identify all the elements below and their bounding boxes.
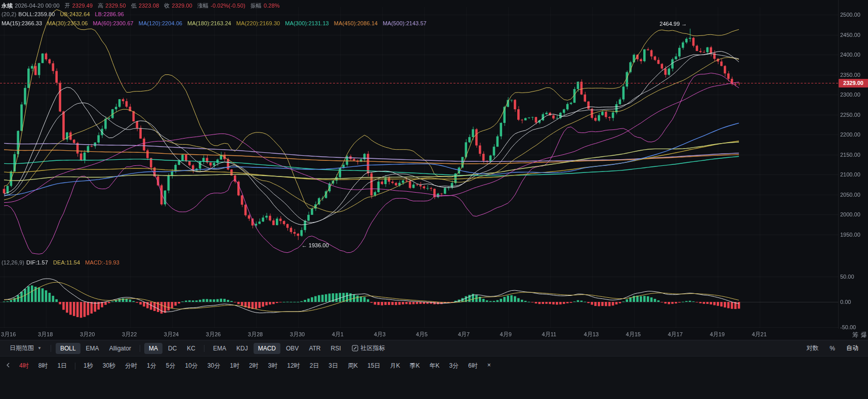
last-price-tag: 2329.00	[839, 79, 868, 87]
boll-params: (20,2)	[2, 11, 16, 17]
time-axis-label: 4月15	[626, 331, 641, 338]
timeframe-button[interactable]: 3分	[444, 360, 463, 372]
ohlc-label: 收	[164, 2, 170, 10]
percent-scale-button[interactable]: %	[825, 343, 840, 354]
timeframe-button[interactable]: 2时	[244, 360, 263, 372]
ohlc-label: 开	[65, 2, 70, 10]
price-axis-label: 2250.00	[840, 112, 860, 118]
ohlc-value: 2329.49	[72, 3, 93, 9]
boll-lb-value: LB:2286.96	[95, 11, 124, 17]
timeframe-button[interactable]: 3时	[264, 360, 282, 372]
macd-dea-value: DEA:11.54	[53, 259, 80, 265]
timeframe-button[interactable]: 月K	[385, 360, 404, 372]
price-axis-label: 2500.00	[840, 12, 860, 18]
indicator-button-kc[interactable]: KC	[182, 343, 200, 354]
timeframe-button[interactable]: 4时	[15, 360, 33, 372]
time-axis-label: 3月24	[164, 331, 179, 338]
ohlc-value: 2323.08	[139, 3, 159, 9]
indicator-toolbar: 日期范围 ▼ BOLLEMAAlligatorMADCKCEMAKDJMACDO…	[0, 340, 868, 356]
timeframe-button[interactable]: 2日	[305, 360, 324, 372]
timeframe-button[interactable]: 1分	[142, 360, 161, 372]
time-axis-label: 3月16	[1, 331, 16, 338]
indicator-button-macd[interactable]: MACD	[254, 343, 280, 354]
ohlc-label: 高	[98, 2, 103, 10]
time-axis-label: 3月28	[248, 331, 263, 338]
time-axis-label: 4月1	[332, 331, 344, 338]
auto-scale-button[interactable]: 自动	[842, 342, 863, 354]
indicator-button-obv[interactable]: OBV	[281, 343, 303, 354]
ma-value: MA(300):2131.13	[285, 20, 329, 26]
chip-distribution-button[interactable]: 筹	[852, 331, 858, 339]
chevron-down-icon: ▼	[37, 346, 42, 350]
ohlc-value: 0.28%	[264, 3, 280, 9]
scale-buttons-group: 对数%自动	[802, 342, 863, 354]
boll-mid-value: BOLL:2359.80	[18, 11, 55, 17]
macd-legend: (12,26,9)DIF:1.57DEA:11.54MACD:-19.93	[2, 259, 125, 265]
timeframe-button[interactable]: 分时	[120, 360, 142, 372]
candle-datetime: 2026-04-20 00:00	[15, 3, 59, 9]
time-axis-label: 3月30	[290, 331, 305, 338]
remove-period-icon[interactable]: ×	[483, 360, 495, 372]
price-axis-label: 1950.00	[840, 232, 860, 238]
ohlc-value: 2329.50	[105, 3, 126, 9]
timeframe-button[interactable]: 周K	[343, 360, 362, 372]
chart-area[interactable]: 永续2026-04-20 00:00开2329.49高2329.50低2323.…	[0, 0, 868, 340]
indicator-button-atr[interactable]: ATR	[304, 343, 325, 354]
timeframe-button[interactable]: 6时	[464, 360, 482, 372]
timeframe-button[interactable]: 10分	[180, 360, 202, 372]
trading-chart-screen: 永续2026-04-20 00:00开2329.49高2329.50低2323.…	[0, 0, 868, 399]
macd-axis-label: 0.00	[840, 299, 851, 305]
timeframe-button[interactable]: 季K	[405, 360, 424, 372]
indicator-button-boll[interactable]: BOLL	[56, 343, 80, 354]
ma-value: MA(220):2169.30	[236, 20, 280, 26]
panel-toggle-icon[interactable]	[4, 360, 14, 368]
price-axis-label: 2150.00	[840, 152, 860, 158]
timeframe-button[interactable]: 年K	[425, 360, 444, 372]
ohlc-label: 振幅	[251, 2, 262, 10]
macd-axis-label: 50.00	[840, 274, 854, 280]
timeframe-button[interactable]: 1时	[225, 360, 244, 372]
timeframe-button[interactable]: 3日	[324, 360, 343, 372]
timeframe-button[interactable]: 30秒	[98, 360, 120, 372]
time-axis-label: 4月19	[710, 331, 724, 338]
timeframe-button[interactable]: 12时	[282, 360, 304, 372]
time-axis-label: 4月21	[752, 331, 766, 338]
macd-hist-value: MACD:-19.93	[85, 259, 119, 265]
time-axis-label: 4月5	[416, 331, 428, 338]
ma-value: MA(30):2353.06	[47, 20, 88, 26]
symbol-name: 永续	[2, 2, 13, 10]
indicator-button-kdj[interactable]: KDJ	[232, 343, 253, 354]
indicator-button-dc[interactable]: DC	[163, 343, 181, 354]
candlestick-chart-canvas[interactable]	[0, 0, 868, 329]
liquidation-button[interactable]: 爆	[861, 331, 867, 339]
ma-value: MA(120):2204.06	[139, 20, 183, 26]
indicator-button-ema[interactable]: EMA	[209, 343, 231, 354]
time-axis-label: 4月13	[584, 331, 599, 338]
timeframe-button[interactable]: 5分	[161, 360, 180, 372]
time-axis[interactable]: 3月163月183月203月223月243月263月283月304月14月34月…	[0, 329, 868, 340]
timeframe-bar: 4时8时1日1秒30秒分时1分5分10分30分1时2时3时12时2日3日周K15…	[0, 356, 868, 399]
timeframe-button[interactable]: 30分	[203, 360, 225, 372]
timeframe-button[interactable]: 15日	[363, 360, 385, 372]
price-axis-label: 2300.00	[840, 92, 860, 98]
timeframe-button[interactable]: 1日	[53, 360, 71, 372]
indicator-button-ma[interactable]: MA	[144, 343, 162, 354]
time-axis-label: 3月26	[206, 331, 221, 338]
indicator-buttons-group: BOLLEMAAlligatorMADCKCEMAKDJMACDOBVATRRS…	[56, 343, 346, 354]
log-scale-button[interactable]: 对数	[802, 342, 823, 354]
timeframe-button[interactable]: 8时	[34, 360, 53, 372]
indicator-button-alligator[interactable]: Alligator	[105, 343, 136, 354]
timeframe-divider	[75, 363, 75, 370]
indicator-button-rsi[interactable]: RSI	[326, 343, 345, 354]
ma-value: MA(500):2143.57	[383, 20, 427, 26]
community-indicators-button[interactable]: 社区指标	[347, 342, 390, 354]
price-axis-label: 2050.00	[840, 192, 860, 198]
indicator-button-ema[interactable]: EMA	[81, 343, 104, 354]
ohlc-legend: 永续2026-04-20 00:00开2329.49高2329.50低2323.…	[2, 2, 285, 10]
ohlc-value: -0.02%(-0.50)	[211, 3, 245, 9]
timeframe-button[interactable]: 1秒	[79, 360, 98, 372]
price-axis-label: 2200.00	[840, 131, 860, 138]
price-axis-label: 2450.00	[840, 32, 860, 38]
date-range-button[interactable]: 日期范围 ▼	[5, 342, 46, 354]
macd-dif-value: DIF:1.57	[26, 259, 48, 265]
